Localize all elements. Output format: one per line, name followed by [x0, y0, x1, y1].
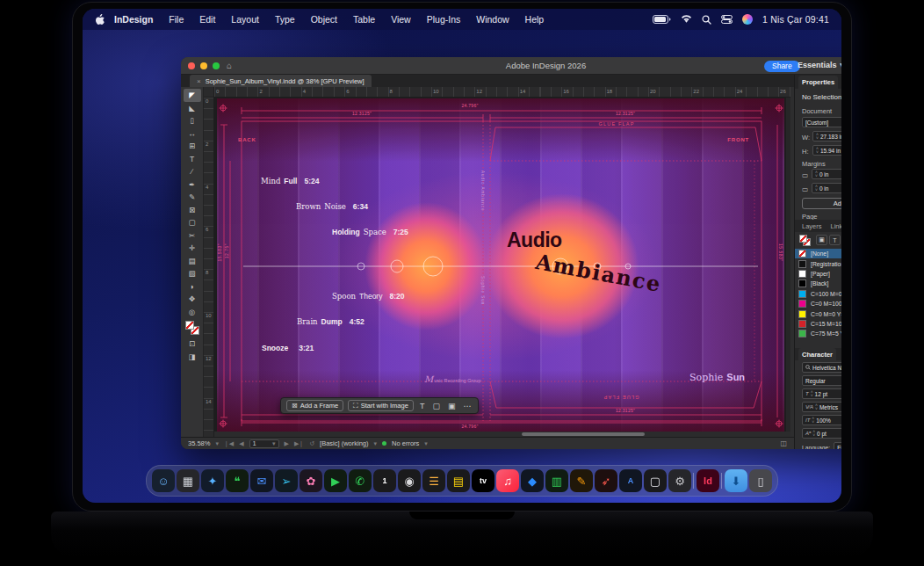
- font-size-field[interactable]: T˄˅12 pt▾: [802, 388, 841, 399]
- dock-tv[interactable]: tv: [472, 469, 494, 492]
- font-style-select[interactable]: Regular▾: [802, 375, 841, 386]
- dock-keynote[interactable]: ◆: [521, 469, 544, 492]
- tab-links[interactable]: Links: [827, 220, 841, 233]
- tab-character[interactable]: Character: [798, 348, 836, 361]
- share-button[interactable]: Share: [764, 61, 800, 72]
- dock-freeform[interactable]: ▢: [644, 469, 667, 492]
- menu-type[interactable]: Type: [267, 14, 303, 25]
- dock-reminders[interactable]: ☰: [422, 469, 445, 492]
- dock-contacts[interactable]: ◉: [398, 469, 421, 492]
- menu-layout[interactable]: Layout: [223, 14, 267, 25]
- menu-view[interactable]: View: [383, 14, 419, 25]
- dock-calendar[interactable]: 1: [373, 469, 396, 492]
- dock-mail[interactable]: ✉: [250, 469, 273, 492]
- gap-tool[interactable]: ↔: [184, 127, 201, 141]
- close-tab-icon[interactable]: ×: [197, 77, 201, 85]
- more-options-icon[interactable]: ⋯: [461, 402, 473, 410]
- scissors-tool[interactable]: ✂: [184, 229, 201, 243]
- track-brown-noise[interactable]: Brown Noise 6:34: [296, 202, 368, 211]
- screen-mode-button[interactable]: ◨: [184, 351, 201, 364]
- swatch-yellow[interactable]: C=0 M=0 Y=100 K=0 ▫❖: [795, 308, 841, 318]
- preflight-profile[interactable]: [Basic] (working): [320, 439, 368, 447]
- document-settings-icon[interactable]: ▣: [446, 402, 458, 410]
- prev-page-button[interactable]: ◀: [239, 440, 243, 447]
- workspace-switcher[interactable]: Essentials▾: [798, 61, 841, 69]
- close-window-button[interactable]: [188, 62, 195, 69]
- vertical-scale-field[interactable]: IT˄˅100%▾: [802, 415, 841, 425]
- swatch-black[interactable]: [Black] ⊘▫❖: [795, 279, 841, 288]
- track-snooze[interactable]: Snooze 3:21: [262, 344, 314, 352]
- dock-rocket[interactable]: ➶: [595, 469, 617, 492]
- wifi-icon[interactable]: [681, 15, 692, 24]
- dock-messages[interactable]: ❝: [226, 469, 249, 492]
- page-number-field[interactable]: 1▾: [249, 439, 279, 448]
- dock-trash[interactable]: ▯: [749, 469, 772, 492]
- control-center-icon[interactable]: [721, 15, 733, 24]
- frame-tool[interactable]: ⊠: [184, 204, 201, 217]
- window-titlebar[interactable]: ⌂ Adobe InDesign 2026 Share Essentials▾: [181, 57, 841, 75]
- menu-file[interactable]: File: [161, 14, 191, 25]
- dock-photos[interactable]: ✿: [300, 469, 322, 492]
- zoom-dropdown-icon[interactable]: ▾: [215, 440, 219, 447]
- dock-sep-2[interactable]: [721, 469, 723, 492]
- first-page-button[interactable]: ❘◀: [224, 440, 234, 447]
- pencil-tool[interactable]: ✎: [184, 191, 201, 204]
- menu-plugins[interactable]: Plug-Ins: [419, 14, 469, 25]
- dock-numbers[interactable]: ▥: [545, 469, 568, 492]
- dock-appstore[interactable]: A: [619, 469, 642, 492]
- document-canvas[interactable]: 24.796" 12.3125" 12.3125" 12.3125" 12.31…: [214, 98, 790, 432]
- dock-maps[interactable]: ➢: [275, 469, 298, 492]
- language-select[interactable]: English: USA▾: [834, 442, 841, 449]
- apply-none-button[interactable]: ⊡: [184, 337, 201, 351]
- formatting-affects-container-button[interactable]: ▣: [816, 235, 827, 245]
- dock-phone[interactable]: ✆: [349, 469, 372, 492]
- tab-layers[interactable]: Layers: [798, 220, 826, 233]
- document-preset-select[interactable]: [Custom]▾: [802, 117, 841, 127]
- dock-notes[interactable]: ▤: [447, 469, 470, 492]
- ruler-origin[interactable]: [204, 87, 214, 98]
- kerning-field[interactable]: V∕A˄˅Metrics▾: [802, 402, 841, 412]
- menu-table[interactable]: Table: [345, 14, 383, 25]
- add-frame-button[interactable]: ⊠Add a Frame: [286, 400, 343, 411]
- profile-dropdown-icon[interactable]: ▾: [374, 440, 378, 447]
- last-page-button[interactable]: ▶❘: [294, 440, 304, 447]
- siri-icon[interactable]: [742, 14, 753, 25]
- direct-selection-tool[interactable]: ◣: [184, 102, 201, 115]
- formatting-affects-text-button[interactable]: T: [829, 235, 841, 245]
- zoom-window-button[interactable]: [213, 62, 220, 69]
- home-icon[interactable]: ⌂: [227, 61, 232, 70]
- menu-edit[interactable]: Edit: [191, 14, 223, 25]
- selection-tool[interactable]: ◤: [184, 89, 201, 102]
- hand-tool[interactable]: ✥: [184, 293, 201, 306]
- content-collector-tool[interactable]: ⊞: [184, 140, 201, 153]
- vertical-scrollbar[interactable]: [786, 98, 790, 432]
- menu-object[interactable]: Object: [303, 14, 345, 25]
- swatch-registration[interactable]: [Registration] ⊘⊕: [795, 258, 841, 268]
- menu-clock[interactable]: 1 Nis Çar 09:41: [762, 14, 829, 25]
- baseline-shift-field[interactable]: Aᵃ˄˅0 pt: [802, 428, 841, 439]
- add-text-button[interactable]: T: [418, 402, 427, 410]
- fill-chip[interactable]: [185, 321, 194, 330]
- errors-dropdown-icon[interactable]: ▾: [424, 440, 428, 447]
- apple-menu-icon[interactable]: [95, 14, 105, 25]
- menu-indesign[interactable]: InDesign: [106, 14, 161, 25]
- adjust-layout-button[interactable]: Adjust Layout: [802, 198, 841, 209]
- swatch-cyan[interactable]: C=100 M=0 Y=0 K=0 ▫❖: [795, 289, 841, 299]
- type-tool[interactable]: T: [184, 153, 201, 166]
- track-mind-full[interactable]: Mind Full 5:24: [261, 177, 319, 185]
- height-field[interactable]: ˄˅15.94 in: [812, 145, 841, 156]
- width-field[interactable]: ˄˅27.183 in: [812, 131, 841, 142]
- eyedropper-tool[interactable]: ◗: [184, 280, 201, 294]
- dock-sep-1[interactable]: [693, 469, 695, 492]
- dock-facetime[interactable]: ▶: [324, 469, 347, 492]
- pen-tool[interactable]: ✒: [184, 178, 201, 192]
- album-title-audio[interactable]: Audio: [507, 229, 562, 252]
- dock-safari[interactable]: ✦: [201, 469, 224, 492]
- swatch-red[interactable]: C=15 M=100 Y=100 K=0 ▫❖: [795, 319, 841, 329]
- scrollbar-thumb[interactable]: [522, 432, 645, 436]
- track-spoon-theory[interactable]: Spoon Theory 8:20: [332, 292, 404, 301]
- fill-stroke-proxy[interactable]: [185, 321, 199, 335]
- menu-help[interactable]: Help: [517, 14, 552, 25]
- preflight-icon[interactable]: ↺: [309, 440, 314, 447]
- zoom-tool[interactable]: ◎: [184, 306, 201, 319]
